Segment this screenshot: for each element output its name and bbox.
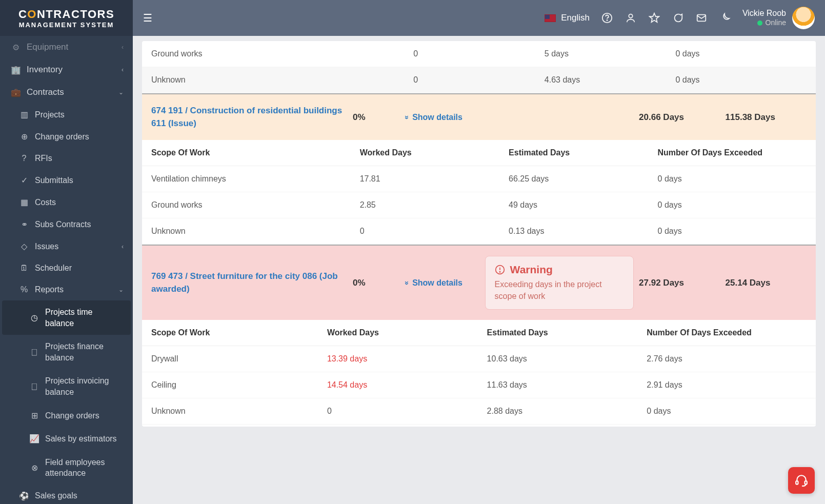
project-days-b: 115.38 Days — [726, 112, 807, 123]
nav-report-invoicing-balance[interactable]: ⎕Projects invoicing balance — [0, 369, 133, 404]
show-details-button[interactable]: Show details — [405, 278, 479, 288]
nav-issues[interactable]: ◇Issues‹ — [0, 235, 133, 257]
menu-toggle-icon[interactable]: ☰ — [143, 12, 152, 24]
project-link[interactable]: 769 473 / Street furniture for the city … — [151, 270, 348, 295]
money-icon: ⎕ — [28, 348, 41, 357]
chevron-left-icon: ‹ — [122, 44, 124, 51]
calc-icon: ▦ — [17, 197, 31, 207]
warning-box: Warning Exceeding days in the project sc… — [485, 256, 634, 310]
show-details-button[interactable]: Show details — [405, 113, 479, 122]
table-row: Unknown00.13 days0 days — [142, 218, 816, 245]
nav-report-time-balance[interactable]: ◷Projects time balance — [2, 300, 131, 335]
content-area: Ground works05 days0 daysUnknown04.63 da… — [133, 36, 825, 504]
chevron-double-down-icon — [405, 113, 409, 122]
nav-report-finance-balance[interactable]: ⎕Projects finance balance — [0, 335, 133, 369]
avatar — [792, 7, 815, 29]
chevron-left-icon: ‹ — [122, 66, 124, 73]
nav-inventory[interactable]: 🏢 Inventory ‹ — [0, 58, 133, 81]
headset-icon — [795, 474, 808, 487]
inventory-icon: 🏢 — [9, 65, 23, 75]
svg-point-1 — [607, 20, 607, 21]
nav-contracts[interactable]: 💼 Contracts ⌄ — [0, 81, 133, 104]
flag-us-icon — [545, 14, 556, 22]
svg-rect-7 — [796, 481, 798, 485]
mail-icon[interactable] — [695, 12, 708, 24]
svg-point-6 — [499, 272, 500, 272]
calendar-icon: 🗓 — [17, 264, 31, 273]
money-icon: ⎕ — [28, 382, 41, 391]
percent-icon: % — [17, 285, 31, 294]
status-dot-icon — [757, 21, 762, 26]
ball-icon: ⚽ — [17, 491, 31, 501]
nav-equipment[interactable]: ⚙ Equipment ‹ — [0, 36, 133, 58]
nav-costs[interactable]: ▦Costs — [0, 191, 133, 213]
user-name-label: Vickie Roob — [742, 8, 786, 18]
alert-circle-icon — [495, 265, 505, 275]
table-row: Ground works2.8549 days0 days — [142, 192, 816, 218]
chevron-left-icon: ‹ — [122, 243, 124, 250]
logo: CONTRACTORS MANAGEMENT SYSTEM — [0, 0, 133, 36]
profile-icon[interactable] — [625, 12, 637, 24]
svg-rect-8 — [805, 481, 807, 485]
chain-icon: ⚭ — [17, 219, 31, 229]
table-row: Ceiling14.54 days11.63 days2.91 days — [142, 372, 816, 398]
nav-reports[interactable]: %Reports⌄ — [0, 279, 133, 300]
window-icon: ▥ — [17, 110, 31, 119]
star-icon[interactable] — [648, 12, 660, 24]
theme-toggle-icon[interactable] — [719, 12, 731, 24]
equipment-icon: ⚙ — [9, 43, 23, 52]
nav-subs[interactable]: ⚭Subs Contracts — [0, 213, 133, 235]
nav-report-field-attendance[interactable]: ⊗Field employees attendance — [0, 451, 133, 485]
nav-sales-goals[interactable]: ⚽Sales goals — [0, 485, 133, 504]
project-row: 769 473 / Street furniture for the city … — [142, 245, 816, 320]
tag-icon: ◇ — [17, 241, 31, 251]
table-header: Scope Of WorkWorked DaysEstimated DaysNu… — [142, 140, 816, 166]
table-row: Ground works05 days0 days — [142, 41, 816, 67]
table-row: Unknown04.63 days0 days — [142, 67, 816, 93]
support-fab[interactable] — [788, 467, 815, 494]
nav-change-orders[interactable]: ⊕Change orders — [0, 126, 133, 148]
project-link[interactable]: 674 191 / Construction of residential bu… — [151, 105, 348, 130]
project-percent: 0% — [353, 112, 400, 123]
plus-circle-icon: ⊕ — [17, 132, 31, 142]
clock-icon: ◷ — [28, 313, 41, 322]
table-header: Scope Of WorkWorked DaysEstimated DaysNu… — [142, 320, 816, 346]
question-icon: ? — [17, 154, 31, 163]
language-selector[interactable]: English — [545, 13, 590, 23]
nav-rfis[interactable]: ?RFIs — [0, 148, 133, 169]
table-row: Ventilation chimneys17.8166.25 days0 day… — [142, 166, 816, 192]
nav-scheduler[interactable]: 🗓Scheduler — [0, 257, 133, 279]
briefcase-icon: 💼 — [9, 88, 23, 97]
project-days-a: 20.66 Days — [639, 112, 720, 123]
project-days-b: 25.14 Days — [726, 278, 807, 288]
svg-point-2 — [629, 14, 632, 18]
nav-report-change-orders[interactable]: ⊞Change orders — [0, 404, 133, 428]
help-icon[interactable] — [601, 12, 613, 24]
user-menu[interactable]: Vickie Roob Online — [742, 7, 815, 29]
project-row: 674 191 / Construction of residential bu… — [142, 93, 816, 140]
language-label: English — [561, 13, 590, 23]
chevron-down-icon: ⌄ — [118, 286, 124, 293]
check-icon: ✓ — [17, 175, 31, 185]
table-row: Unknown02.88 days0 days — [142, 398, 816, 425]
sidebar: CONTRACTORS MANAGEMENT SYSTEM ⚙ Equipmen… — [0, 0, 133, 504]
chevron-down-icon: ⌄ — [118, 89, 124, 96]
topbar: ☰ English Vickie Roob Online — [133, 0, 825, 36]
project-days-a: 27.92 Days — [639, 278, 720, 288]
x-circle-icon: ⊗ — [28, 463, 41, 473]
chart-icon: 📈 — [28, 434, 41, 443]
nav-projects[interactable]: ▥Projects — [0, 104, 133, 126]
nav: ⚙ Equipment ‹ 🏢 Inventory ‹ 💼 Contracts … — [0, 36, 133, 504]
project-percent: 0% — [353, 278, 400, 288]
chevron-double-down-icon — [405, 278, 409, 288]
user-status: Online — [742, 18, 786, 28]
chat-icon[interactable] — [672, 12, 684, 24]
nav-submittals[interactable]: ✓Submittals — [0, 169, 133, 191]
nav-report-sales-estimators[interactable]: 📈Sales by estimators — [0, 427, 133, 451]
plus-square-icon: ⊞ — [28, 411, 41, 420]
table-row: Drywall13.39 days10.63 days2.76 days — [142, 346, 816, 372]
hardhat-icon: O — [27, 8, 37, 21]
